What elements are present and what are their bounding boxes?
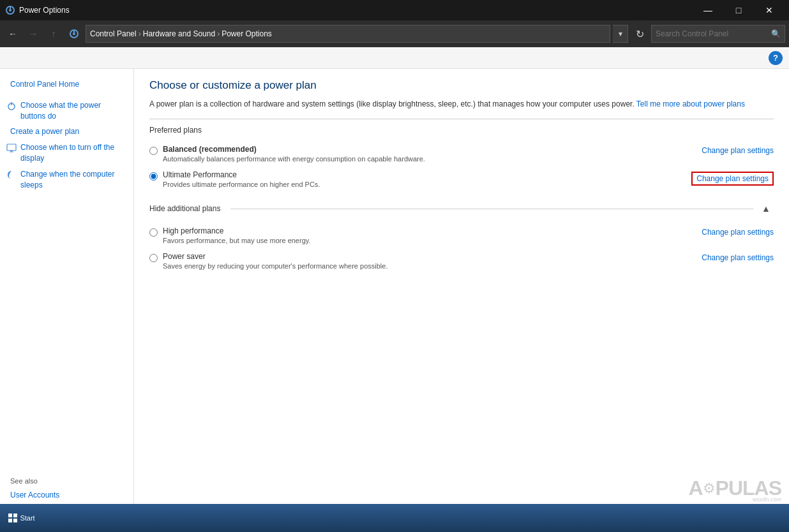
svg-rect-8 [7, 144, 16, 151]
sidebar: Control Panel Home Choose what the power… [0, 69, 134, 532]
section-divider-1 [149, 119, 774, 119]
sidebar-item-power-buttons-label: Choose what the power buttons do [20, 100, 126, 122]
hide-plans-section: Hide additional plans ▲ High performance… [149, 201, 774, 274]
window-controls: — □ ✕ [693, 0, 784, 20]
start-button[interactable]: Start [5, 506, 38, 529]
taskbar: Start [0, 504, 789, 532]
title-bar: Power Options — □ ✕ [0, 0, 789, 20]
sidebar-item-display-label: Choose when to turn off the display [20, 142, 126, 164]
sidebar-item-power-buttons[interactable]: Choose what the power buttons do [0, 98, 133, 124]
content-area: Choose or customize a power plan A power… [134, 69, 789, 532]
plan-row-ultimate: Ultimate Performance Provides ultimate p… [149, 166, 774, 192]
preferred-plans-header: Preferred plans [149, 126, 774, 135]
radio-power-saver[interactable] [149, 254, 158, 262]
sidebar-bottom: See also User Accounts [0, 473, 133, 503]
radio-high-performance[interactable] [149, 228, 158, 237]
search-input[interactable] [656, 29, 771, 38]
see-also-label: See also [0, 473, 133, 487]
plan-desc-high-perf: Favors performance, but may use more ene… [163, 237, 311, 244]
breadcrumb-hardware[interactable]: Hardware and Sound [143, 29, 215, 38]
search-box[interactable]: 🔍 [651, 25, 785, 43]
app-icon [5, 5, 15, 15]
start-icon [8, 514, 17, 522]
page-title: Choose or customize a power plan [149, 79, 774, 92]
sidebar-home[interactable]: Control Panel Home [0, 77, 133, 92]
breadcrumb-control-panel[interactable]: Control Panel [90, 29, 137, 38]
breadcrumb-power[interactable]: Power Options [222, 29, 272, 38]
svg-rect-14 [8, 519, 12, 522]
svg-rect-13 [13, 514, 17, 517]
svg-rect-12 [8, 514, 12, 517]
sidebar-item-user-accounts[interactable]: User Accounts [0, 487, 133, 503]
search-icon[interactable]: 🔍 [771, 29, 781, 38]
power-buttons-icon [6, 101, 17, 111]
svg-point-5 [73, 33, 75, 35]
hide-plans-label: Hide additional plans [149, 204, 220, 213]
main-content-area: Control Panel Home Choose what the power… [0, 69, 789, 532]
address-icon [68, 27, 80, 40]
plan-name-balanced: Balanced (recommended) [163, 145, 425, 154]
back-button[interactable]: ← [4, 25, 22, 43]
path-dropdown[interactable]: ▾ [613, 25, 628, 43]
plan-row-power-saver: Power saver Saves energy by reducing you… [149, 248, 774, 274]
change-plan-ultimate[interactable]: Change plan settings [691, 172, 774, 186]
up-button[interactable]: ↑ [45, 25, 63, 43]
sidebar-item-create-plan[interactable]: Create a power plan [0, 124, 133, 140]
plan-name-high-perf: High performance [163, 226, 311, 235]
maximize-button[interactable]: □ [724, 0, 753, 20]
address-bar: ← → ↑ Control Panel › Hardware and Sound… [0, 20, 789, 47]
change-plan-power-saver[interactable]: Change plan settings [702, 253, 774, 262]
close-button[interactable]: ✕ [755, 0, 784, 20]
svg-point-2 [9, 9, 11, 11]
plan-name-ultimate: Ultimate Performance [163, 170, 320, 179]
plan-row-high-performance: High performance Favors performance, but… [149, 223, 774, 248]
plan-desc-power-saver: Saves energy by reducing your computer's… [163, 262, 387, 270]
svg-rect-15 [13, 519, 17, 522]
radio-balanced[interactable] [149, 147, 158, 155]
plan-row-balanced: Balanced (recommended) Automatically bal… [149, 141, 774, 166]
plan-desc-balanced: Automatically balances performance with … [163, 155, 425, 163]
separator-1: › [139, 29, 141, 38]
forward-button[interactable]: → [24, 25, 42, 43]
plan-desc-ultimate: Provides ultimate performance on higher … [163, 181, 320, 188]
sidebar-item-sleep[interactable]: Change when the computer sleeps [0, 166, 133, 193]
refresh-button[interactable]: ↻ [631, 25, 649, 43]
minimize-button[interactable]: — [693, 0, 723, 20]
collapse-button[interactable]: ▲ [758, 201, 774, 216]
description-text: A power plan is a collection of hardware… [149, 98, 774, 110]
power-plans-link[interactable]: Tell me more about power plans [636, 100, 745, 108]
sidebar-item-display[interactable]: Choose when to turn off the display [0, 140, 133, 166]
hide-plans-header: Hide additional plans ▲ [149, 201, 774, 216]
change-plan-high-perf[interactable]: Change plan settings [702, 228, 774, 237]
address-path[interactable]: Control Panel › Hardware and Sound › Pow… [86, 25, 610, 43]
radio-ultimate[interactable] [149, 172, 158, 181]
plan-name-power-saver: Power saver [163, 252, 387, 261]
separator-2: › [217, 29, 220, 38]
display-icon [6, 143, 17, 153]
help-button[interactable]: ? [769, 51, 783, 65]
sleep-icon [6, 170, 17, 180]
window-title: Power Options [19, 6, 693, 15]
change-plan-balanced[interactable]: Change plan settings [702, 146, 774, 155]
hide-plans-divider [230, 209, 753, 209]
toolbar: ? [0, 47, 789, 69]
sidebar-item-sleep-label: Change when the computer sleeps [20, 169, 126, 191]
